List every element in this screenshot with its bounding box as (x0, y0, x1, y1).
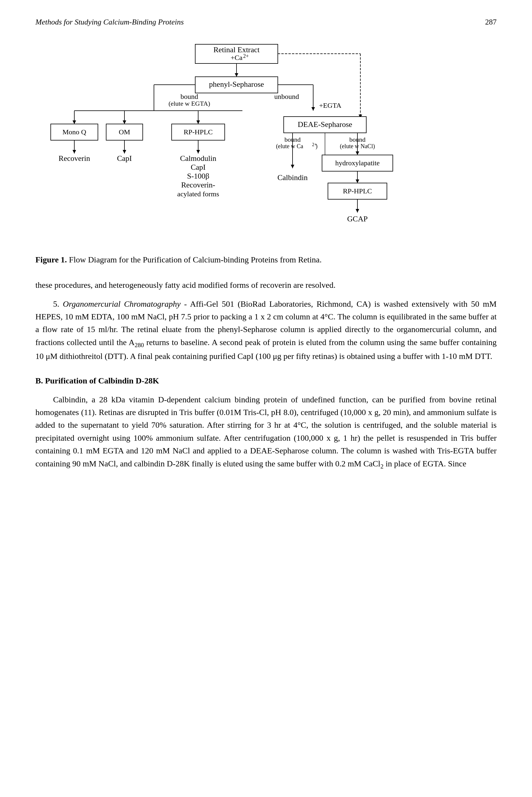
paragraph-section5: 5. Organomercurial Chromatography - Affi… (35, 297, 497, 363)
svg-text:CapI: CapI (117, 154, 132, 163)
svg-text:2+: 2+ (243, 53, 249, 59)
svg-text:Retinal Extract: Retinal Extract (213, 46, 260, 54)
paragraph-recoverin: these procedures, and heterogeneously fa… (35, 279, 497, 291)
svg-text:Calmodulin: Calmodulin (180, 154, 216, 163)
svg-text:+Ca: +Ca (231, 54, 243, 61)
svg-text:Recoverin: Recoverin (59, 154, 90, 163)
svg-marker-50 (196, 121, 200, 124)
svg-text:RP-HPLC: RP-HPLC (343, 187, 372, 195)
svg-marker-58 (73, 150, 76, 153)
svg-text:Mono Q: Mono Q (62, 128, 87, 136)
page-header: Methods for Studying Calcium-Binding Pro… (35, 18, 497, 26)
figure-caption: Figure 1. Flow Diagram for the Purificat… (35, 254, 497, 265)
section-b-text: Calbindin, a 28 kDa vitamin D-dependent … (35, 395, 497, 468)
body-text: these procedures, and heterogeneously fa… (35, 279, 497, 471)
svg-marker-48 (123, 121, 126, 124)
svg-text:S-100β: S-100β (187, 172, 209, 180)
paragraph-section-b: Calbindin, a 28 kDa vitamin D-dependent … (35, 393, 497, 471)
svg-text:unbound: unbound (274, 93, 299, 101)
svg-marker-32 (356, 151, 359, 155)
header-title: Methods for Studying Calcium-Binding Pro… (35, 18, 184, 26)
svg-text:): ) (316, 143, 318, 150)
svg-text:DEAE-Sepharose: DEAE-Sepharose (298, 120, 353, 129)
flow-diagram: Retinal Extract +Ca 2+ phenyl-Sepharose … (35, 38, 497, 239)
svg-text:hydroxylapatite: hydroxylapatite (335, 159, 380, 167)
cacl2-subscript: 2 (380, 463, 384, 470)
svg-marker-62 (196, 150, 200, 153)
svg-marker-30 (291, 165, 294, 168)
svg-text:+EGTA: +EGTA (319, 102, 342, 109)
section5-italic-title: Organomercurial Chromatography (63, 299, 180, 308)
svg-text:(elute w EGTA): (elute w EGTA) (168, 100, 210, 107)
svg-text:phenyl-Sepharose: phenyl-Sepharose (209, 80, 264, 89)
svg-marker-46 (73, 121, 76, 124)
svg-text:GCAP: GCAP (347, 215, 367, 223)
svg-text:bound: bound (180, 93, 198, 101)
svg-marker-60 (123, 150, 126, 153)
svg-marker-5 (235, 73, 238, 77)
header-page-number: 287 (485, 18, 497, 26)
a280-subscript: 280 (134, 341, 144, 348)
svg-marker-36 (356, 180, 359, 183)
svg-text:RP-HPLC: RP-HPLC (184, 128, 213, 136)
section5-label: 5. (53, 299, 59, 308)
svg-marker-40 (356, 209, 359, 213)
section-b-heading: B. Purification of Calbindin D-28K (35, 374, 497, 387)
figure-caption-text: Flow Diagram for the Purification of Cal… (67, 255, 322, 264)
svg-text:Recoverin-: Recoverin- (181, 181, 215, 189)
svg-text:CapI: CapI (191, 163, 206, 171)
svg-text:(elute w Ca: (elute w Ca (276, 143, 303, 150)
svg-text:acylated forms: acylated forms (177, 190, 219, 198)
figure-label: Figure 1. (35, 255, 67, 264)
svg-text:Calbindin: Calbindin (278, 173, 308, 182)
svg-text:OM: OM (119, 128, 130, 136)
section-b-text2: in place of EGTA. Since (383, 459, 466, 468)
svg-marker-18 (311, 107, 315, 111)
